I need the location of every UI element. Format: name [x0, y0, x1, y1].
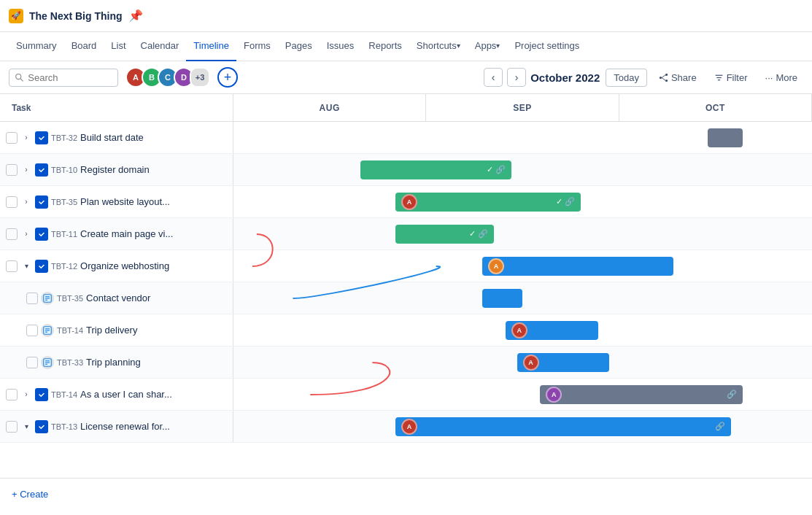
gantt-bar[interactable]: A	[517, 353, 610, 372]
bar-avatar: A	[401, 194, 417, 210]
gantt-bar[interactable]: ✓ 🔗	[395, 225, 494, 244]
task-name[interactable]: License renewal for...	[80, 421, 227, 432]
svg-point-2	[665, 73, 668, 75]
svg-point-0	[16, 74, 21, 79]
gantt-bar[interactable]	[482, 289, 523, 308]
task-checkbox[interactable]	[6, 389, 18, 400]
task-checkbox[interactable]	[26, 293, 38, 304]
nav-item-summary[interactable]: Summary	[9, 32, 64, 61]
avatar-group: ABCD+3	[125, 67, 210, 88]
more-button[interactable]: ··· More	[759, 69, 803, 86]
filter-button[interactable]: Filter	[708, 69, 754, 86]
task-checkbox[interactable]	[6, 132, 18, 144]
timeline-row: ›TBT-11Create main page vi...✓ 🔗	[0, 218, 812, 250]
bar-avatar: A	[546, 387, 562, 403]
timeline-row: ▾TBT-12Organize webhostingA	[0, 250, 812, 282]
task-name[interactable]: Create main page vi...	[80, 228, 227, 239]
search-input[interactable]	[28, 72, 112, 83]
task-name[interactable]: Plan website layout...	[80, 196, 227, 207]
svg-line-6	[662, 77, 665, 80]
task-checkbox[interactable]	[26, 357, 38, 368]
task-name[interactable]: Register domain	[80, 164, 227, 175]
share-button[interactable]: Share	[653, 69, 703, 86]
nav-item-reports[interactable]: Reports	[361, 32, 409, 61]
task-checkbox[interactable]	[26, 325, 38, 336]
nav-item-issues[interactable]: Issues	[320, 32, 362, 61]
task-id: TBT-35	[51, 198, 77, 206]
create-button[interactable]: + Create	[12, 489, 48, 500]
task-checkbox[interactable]	[6, 164, 18, 176]
gantt-bar[interactable]: A	[482, 257, 673, 276]
nav-item-apps[interactable]: Apps	[468, 32, 508, 61]
gantt-bar[interactable]: A	[506, 321, 598, 340]
month-label: October 2022	[530, 71, 600, 84]
filter-icon	[714, 73, 724, 82]
task-type-icon	[35, 420, 48, 433]
expand-button[interactable]: ▾	[20, 260, 32, 272]
task-cell: TBT-33Trip planning	[0, 346, 233, 378]
task-type-icon	[35, 163, 48, 177]
gantt-bar[interactable]: ✓ 🔗	[360, 160, 511, 179]
task-cell: ▾TBT-13License renewal for...	[0, 411, 233, 442]
task-type-icon	[35, 388, 48, 401]
expand-button[interactable]: ›	[20, 196, 32, 208]
month-header-oct: OCT	[619, 94, 812, 121]
bar-avatar: A	[488, 258, 504, 274]
nav-item-shortcuts[interactable]: Shortcuts	[409, 32, 468, 61]
nav-item-list[interactable]: List	[104, 32, 133, 61]
bar-avatar: A	[511, 322, 527, 338]
timeline-body: ›TBT-32Build start date›TBT-10Register d…	[0, 122, 812, 478]
app-bar: 🚀 The Next Big Thing 📌	[0, 0, 812, 32]
gantt-cell: ✓ 🔗	[233, 218, 812, 249]
add-member-button[interactable]: +	[217, 67, 238, 88]
task-name[interactable]: Organize webhosting	[80, 260, 227, 271]
task-id: TBT-11	[51, 230, 77, 239]
gantt-bar[interactable]: A✓ 🔗	[395, 193, 581, 212]
nav-item-pages[interactable]: Pages	[278, 32, 320, 61]
task-type-icon	[41, 292, 54, 305]
nav-item-forms[interactable]: Forms	[236, 32, 278, 61]
expand-button[interactable]: ›	[20, 389, 32, 400]
timeline-container: Task AUGSEPOCT ›TBT-32Build start date›T…	[0, 94, 812, 510]
gantt-bar[interactable]	[708, 128, 743, 147]
gantt-cell	[233, 282, 812, 314]
gantt-cell: A✓ 🔗	[233, 186, 812, 217]
task-cell: ›TBT-14As a user I can shar...	[0, 379, 233, 410]
prev-month-button[interactable]: ‹	[484, 68, 503, 87]
gantt-month-headers: AUGSEPOCT	[233, 94, 812, 121]
nav-item-timeline[interactable]: Timeline	[186, 32, 236, 61]
expand-button[interactable]: ›	[20, 164, 32, 176]
task-checkbox[interactable]	[6, 421, 18, 433]
next-month-button[interactable]: ›	[507, 68, 526, 87]
nav-item-board[interactable]: Board	[64, 32, 104, 61]
task-name[interactable]: Build start date	[80, 132, 227, 143]
task-cell: ›TBT-35Plan website layout...	[0, 186, 233, 217]
gantt-bar[interactable]: A🔗	[395, 417, 731, 436]
nav-item-project-settings[interactable]: Project settings	[507, 32, 587, 61]
toolbar-right: ‹ › October 2022 Today Share Filter ··· …	[484, 68, 803, 87]
bar-avatar: A	[523, 355, 539, 371]
task-checkbox[interactable]	[6, 196, 18, 208]
expand-button[interactable]: ›	[20, 132, 32, 144]
task-id: TBT-12	[51, 262, 77, 271]
task-name[interactable]: As a user I can shar...	[80, 389, 227, 400]
search-icon	[15, 73, 23, 82]
task-name[interactable]: Trip delivery	[86, 325, 227, 336]
expand-button[interactable]: ▾	[20, 421, 32, 433]
task-cell: TBT-14Trip delivery	[0, 314, 233, 346]
gantt-cell: ✓ 🔗	[233, 154, 812, 185]
gantt-cell: A🔗	[233, 379, 812, 410]
task-id: TBT-35	[57, 294, 83, 303]
task-checkbox[interactable]	[6, 260, 18, 272]
search-box[interactable]	[9, 69, 118, 87]
expand-button[interactable]: ›	[20, 228, 32, 240]
gantt-bar[interactable]: A🔗	[540, 385, 743, 404]
task-name[interactable]: Contact vendor	[86, 293, 227, 303]
task-name[interactable]: Trip planning	[86, 357, 227, 368]
today-button[interactable]: Today	[606, 69, 647, 87]
task-checkbox[interactable]	[6, 228, 18, 240]
timeline-row: ›TBT-32Build start date	[0, 122, 812, 154]
task-type-icon	[35, 260, 48, 273]
nav-item-calendar[interactable]: Calendar	[134, 32, 187, 61]
task-type-icon	[41, 356, 54, 369]
